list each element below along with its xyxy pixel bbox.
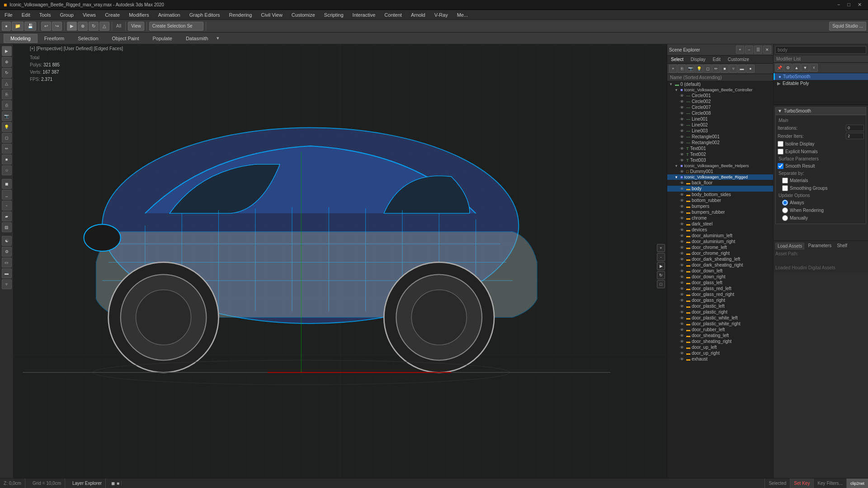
ts-section-title[interactable]: ▼ TurboSmooth xyxy=(775,107,866,115)
tree-item-rigged[interactable]: ▼ ■ Iconic_Volkswagen_Beetle_Rigged xyxy=(667,174,773,180)
close-btn[interactable]: ✕ xyxy=(855,2,864,8)
eye-icon[interactable]: 👁 xyxy=(680,111,684,116)
menu-content[interactable]: Content xyxy=(380,12,406,18)
smoothing-groups-row[interactable]: Smoothing Groups xyxy=(776,184,866,192)
tab-display[interactable]: Display xyxy=(687,56,709,63)
menu-animation[interactable]: Animation xyxy=(154,12,185,18)
status-key-filters[interactable]: Key Filters... xyxy=(813,479,846,488)
menu-modifiers[interactable]: Modifiers xyxy=(124,12,154,18)
eye-icon[interactable]: 👁 xyxy=(680,99,684,104)
tree-item[interactable]: 👁▬devices xyxy=(667,227,773,233)
tree-item[interactable]: 👁—Circle008 xyxy=(667,110,773,116)
sl-close-btn[interactable]: ✕ xyxy=(763,46,771,54)
lt-systems[interactable]: ☆ xyxy=(2,165,12,175)
eye-icon[interactable]: 👁 xyxy=(680,216,684,221)
vp-rotate-view[interactable]: ↻ xyxy=(657,271,665,279)
tree-item[interactable]: 👁▬door_aluminium_left xyxy=(667,233,773,239)
eye-icon[interactable]: 👁 xyxy=(680,328,684,332)
status-layer-explorer[interactable]: Layer Explorer xyxy=(69,479,106,488)
eye-icon[interactable]: 👁 xyxy=(680,357,684,361)
menu-civil-view[interactable]: Civil View xyxy=(256,12,287,18)
tree-item[interactable]: 👁▬chrome xyxy=(667,215,773,221)
eye-icon[interactable]: 👁 xyxy=(680,210,684,215)
tree-item[interactable]: 👁▬door_sheating_left xyxy=(667,333,773,338)
tree-item[interactable]: ▼ ■ Iconic_Volkswagen_Beetle_Helpers xyxy=(667,163,773,169)
eye-icon[interactable]: 👁 xyxy=(680,322,684,326)
eye-icon[interactable]: 👁 xyxy=(680,135,684,139)
menu-create[interactable]: Create xyxy=(100,12,124,18)
tab-datasmith[interactable]: Datasmith xyxy=(179,34,215,43)
tree-item[interactable]: 👁▬door_rubber_left xyxy=(667,327,773,333)
eye-icon[interactable]: 👁 xyxy=(680,239,684,244)
lt-geo[interactable]: ◻ xyxy=(2,133,12,143)
smooth-result-checkbox[interactable] xyxy=(778,163,783,169)
menu-file[interactable]: File xyxy=(0,12,17,18)
scene-tree[interactable]: ▼ ▬ 0 (default) ▼ ■ Iconic_Volkswagen_Be… xyxy=(667,81,773,482)
lt-helpers[interactable]: ✏ xyxy=(2,144,12,154)
redo-btn[interactable]: ↪ xyxy=(52,22,62,31)
eye-icon[interactable]: 👁 xyxy=(680,292,684,297)
lt-material[interactable]: ☯ xyxy=(2,236,12,246)
create-selection-btn[interactable]: Create Selection Se xyxy=(149,22,203,31)
materials-row[interactable]: Materials xyxy=(776,177,866,184)
status-set-key[interactable]: Set Key xyxy=(790,479,813,488)
tree-item[interactable]: 👁▬door_glass_left xyxy=(667,280,773,286)
load-assets-tab[interactable]: Load Assets xyxy=(775,243,804,249)
eye-icon[interactable]: 👁 xyxy=(680,234,684,238)
lt-unlink[interactable]: ⎙ xyxy=(2,100,12,110)
tree-item[interactable]: 👁—Circle001 xyxy=(667,93,773,99)
always-radio[interactable] xyxy=(782,200,788,206)
eye-icon[interactable]: 👁 xyxy=(680,198,684,203)
mod-pin[interactable]: 📌 xyxy=(775,64,783,72)
se-link[interactable]: ⎘ xyxy=(678,65,686,73)
tab-populate[interactable]: Populate xyxy=(146,34,179,43)
isoline-checkbox[interactable] xyxy=(778,141,783,147)
sl-options-btn[interactable]: ☰ xyxy=(754,46,762,54)
tree-item[interactable]: 👁▬door_sheating_right xyxy=(667,338,773,344)
smoothing-groups-checkbox[interactable] xyxy=(782,185,788,191)
tree-item[interactable]: 👁▬bumpers_rubber xyxy=(667,209,773,215)
modifier-turbosmooth[interactable]: ● TurboSmooth xyxy=(774,73,868,80)
eye-icon[interactable]: 👁 xyxy=(680,94,684,98)
se-particles[interactable]: ● xyxy=(746,65,755,73)
when-rendering-row[interactable]: When Rendering xyxy=(776,206,866,214)
tab-customize[interactable]: Customize xyxy=(724,56,753,63)
eye-icon[interactable]: 👁 xyxy=(680,286,684,291)
tree-item[interactable]: 👁—Line003 xyxy=(667,128,773,134)
tree-item[interactable]: 👁▬door_up_left xyxy=(667,344,773,350)
se-geo2[interactable]: ◻ xyxy=(703,65,712,73)
lt-element[interactable]: ▨ xyxy=(2,222,12,232)
tree-item[interactable]: 👁▬door_plastic_white_left xyxy=(667,315,773,321)
render-iters-input[interactable] xyxy=(846,133,864,139)
tree-item[interactable]: 👁▬door_down_right xyxy=(667,274,773,280)
tree-item[interactable]: 👁—Line002 xyxy=(667,122,773,128)
vp-maximize[interactable]: □ xyxy=(657,280,665,288)
manually-row[interactable]: Manually xyxy=(776,214,866,222)
parameters-tab[interactable]: Parameters xyxy=(806,243,833,249)
tree-item[interactable]: 👁▬body_bottom_sides xyxy=(667,192,773,197)
tree-item[interactable]: 👁—Line001 xyxy=(667,116,773,122)
tab-select[interactable]: Select xyxy=(667,56,687,63)
eye-icon[interactable]: 👁 xyxy=(680,105,684,110)
tree-item[interactable]: 👁TText003 xyxy=(667,157,773,163)
se-bone[interactable]: ▬ xyxy=(738,65,746,73)
tree-item[interactable]: 👁▬bumpers xyxy=(667,203,773,209)
lt-mirror[interactable]: ▭ xyxy=(2,258,12,267)
scale-btn[interactable]: △ xyxy=(99,22,109,31)
view-btn[interactable]: View xyxy=(128,22,144,31)
lt-filter[interactable]: ▿ xyxy=(2,279,12,289)
lt-scale[interactable]: △ xyxy=(2,79,12,89)
tree-item[interactable]: 👁—Circle002 xyxy=(667,99,773,104)
lt-edge[interactable]: ⎯ xyxy=(2,190,12,200)
modifier-stack[interactable]: ● TurboSmooth ▶ Editable Poly xyxy=(774,73,868,105)
undo-btn[interactable]: ↩ xyxy=(41,22,51,31)
eye-icon[interactable]: 👁 xyxy=(680,245,684,250)
smooth-result-row[interactable]: Smooth Result xyxy=(776,162,866,170)
tree-item[interactable]: 👁—Rectangle001 xyxy=(667,134,773,140)
tab-selection[interactable]: Selection xyxy=(71,34,105,43)
tree-item[interactable]: 👁▬door_glass_red_left xyxy=(667,286,773,291)
mod-arrow-up[interactable]: ▲ xyxy=(793,64,801,72)
tab-edit[interactable]: Edit xyxy=(709,56,724,63)
save-btn[interactable]: 💾 xyxy=(24,22,36,31)
menu-vray[interactable]: V-Ray xyxy=(430,12,453,18)
